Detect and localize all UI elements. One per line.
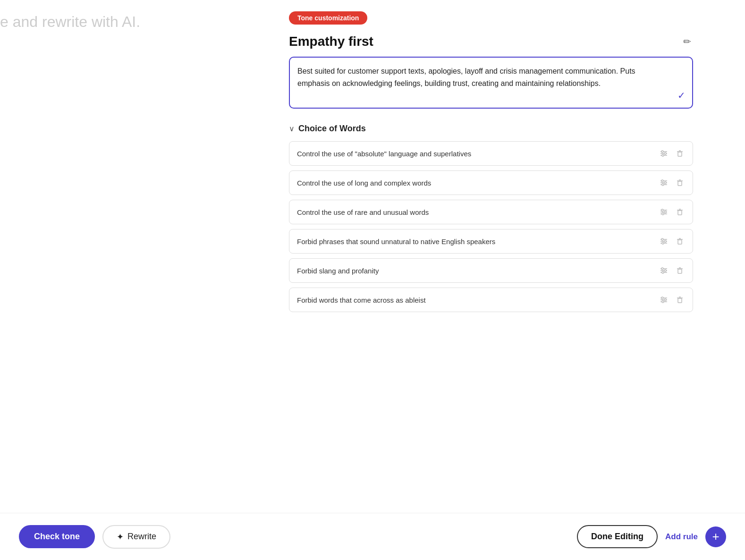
svg-point-4 [664, 153, 666, 154]
tone-customization-badge: Tone customization [289, 11, 367, 25]
sliders-icon-button[interactable] [659, 178, 669, 188]
svg-point-31 [664, 240, 666, 242]
check-tone-button[interactable]: Check tone [19, 525, 95, 548]
svg-rect-15 [678, 181, 682, 186]
svg-rect-33 [678, 240, 682, 244]
sliders-icon-button[interactable] [659, 148, 669, 159]
description-box: Best suited for customer support texts, … [289, 57, 693, 109]
svg-rect-51 [678, 298, 682, 303]
choice-of-words-section-header[interactable]: ∨ Choice of Words [289, 124, 693, 134]
done-editing-button[interactable]: Done Editing [577, 525, 658, 548]
edit-title-button[interactable]: ✏ [681, 34, 693, 49]
svg-point-3 [661, 151, 663, 153]
chevron-down-icon: ∨ [289, 124, 295, 133]
rule-item: Forbid words that come across as ableist [289, 288, 693, 312]
rule-item: Control the use of rare and unusual word… [289, 200, 693, 224]
rule-text: Forbid words that come across as ableist [297, 296, 659, 304]
rule-item: Control the use of long and complex word… [289, 170, 693, 195]
svg-point-39 [661, 268, 663, 270]
title-row: Empathy first ✏ [289, 34, 693, 49]
svg-point-30 [661, 238, 663, 240]
delete-rule-button[interactable] [675, 178, 685, 188]
rule-text: Forbid phrases that sound unnatural to n… [297, 238, 659, 246]
main-panel: Tone customization Empathy first ✏ Best … [274, 0, 708, 369]
svg-point-48 [661, 297, 663, 299]
rule-actions [659, 265, 685, 276]
svg-rect-42 [678, 269, 682, 273]
svg-point-13 [664, 182, 666, 184]
add-rule-link[interactable]: Add rule [665, 532, 698, 542]
svg-point-23 [662, 213, 664, 215]
rule-actions [659, 295, 685, 305]
right-actions: Done Editing Add rule + [577, 525, 726, 548]
rewrite-button[interactable]: ✦ Rewrite [102, 525, 170, 549]
confirm-icon[interactable]: ✓ [677, 90, 686, 101]
bottom-bar: Check tone ✦ Rewrite Done Editing Add ru… [0, 513, 745, 560]
svg-point-21 [661, 209, 663, 211]
page-title: Empathy first [289, 34, 373, 49]
svg-rect-24 [678, 211, 682, 215]
rewrite-label: Rewrite [127, 532, 156, 542]
rule-actions [659, 178, 685, 188]
svg-point-12 [661, 180, 663, 182]
svg-point-50 [662, 301, 664, 303]
sliders-icon-button[interactable] [659, 207, 669, 217]
rule-actions [659, 236, 685, 246]
magic-icon: ✦ [117, 532, 124, 542]
svg-point-14 [662, 184, 664, 186]
svg-point-49 [664, 299, 666, 301]
delete-rule-button[interactable] [675, 265, 685, 276]
section-title: Choice of Words [298, 124, 366, 134]
rule-text: Control the use of "absolute" language a… [297, 150, 659, 158]
sliders-icon-button[interactable] [659, 265, 669, 276]
rules-list: Control the use of "absolute" language a… [289, 141, 693, 312]
svg-point-40 [664, 270, 666, 272]
rule-actions [659, 207, 685, 217]
svg-point-5 [662, 154, 664, 156]
delete-rule-button[interactable] [675, 236, 685, 246]
svg-rect-6 [678, 152, 682, 156]
delete-rule-button[interactable] [675, 207, 685, 217]
rule-actions [659, 148, 685, 159]
sliders-icon-button[interactable] [659, 236, 669, 246]
delete-rule-button[interactable] [675, 148, 685, 159]
rule-text: Forbid slang and profanity [297, 267, 659, 275]
rule-item: Forbid slang and profanity [289, 258, 693, 283]
rule-text: Control the use of long and complex word… [297, 179, 659, 187]
svg-point-22 [664, 211, 666, 213]
add-rule-circle-button[interactable]: + [705, 526, 726, 547]
description-text: Best suited for customer support texts, … [297, 65, 669, 89]
svg-point-32 [662, 242, 664, 244]
delete-rule-button[interactable] [675, 295, 685, 305]
rule-item: Control the use of "absolute" language a… [289, 141, 693, 166]
svg-point-41 [662, 272, 664, 273]
sliders-icon-button[interactable] [659, 295, 669, 305]
rule-text: Control the use of rare and unusual word… [297, 208, 659, 216]
rule-item: Forbid phrases that sound unnatural to n… [289, 229, 693, 254]
background-text: e and rewrite with AI. [0, 13, 140, 31]
